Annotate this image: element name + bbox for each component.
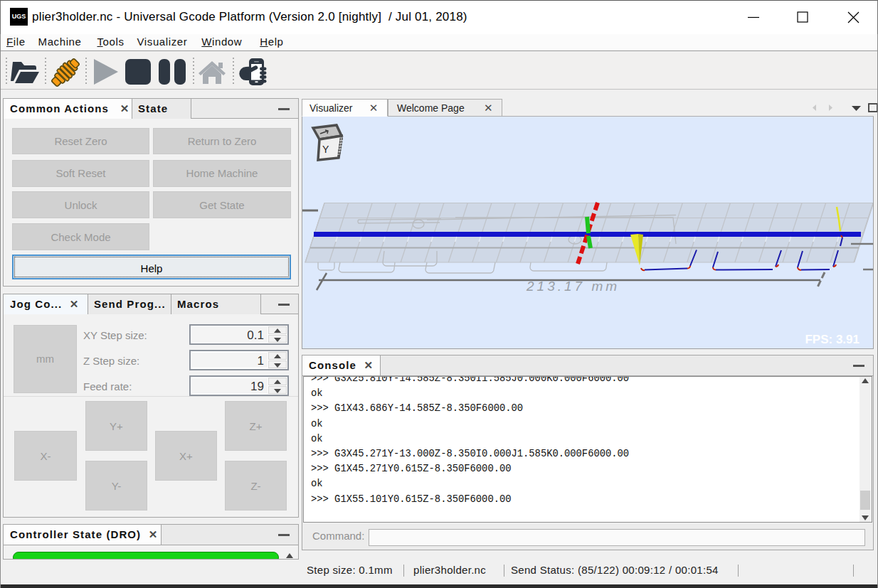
svg-text:FPS: 3.91: FPS: 3.91 (805, 333, 860, 346)
svg-text:Y: Y (322, 144, 329, 155)
svg-text:213.17 mm: 213.17 mm (526, 279, 620, 294)
